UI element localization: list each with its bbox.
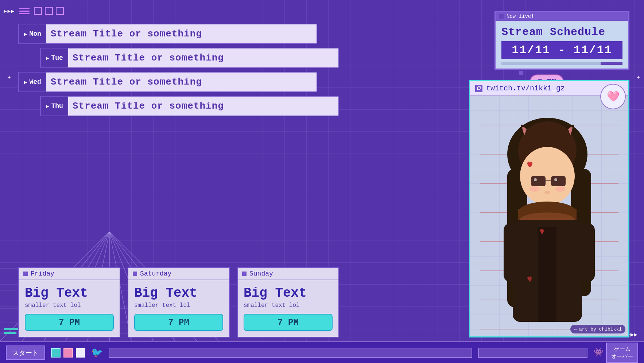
svg-rect-29 xyxy=(531,176,546,186)
row-box-tue: ▶ Tue Stream Title or something xyxy=(40,48,339,68)
top-arrows-icon: ▶▶▶ xyxy=(4,8,15,14)
sunday-small-text: smaller text lol xyxy=(244,302,333,309)
row-mon: ▶ Mon Stream Title or something 7 PM xyxy=(18,24,484,44)
taskbar-bottom: スタート 🐦 👾 ゲームオーバー xyxy=(0,341,644,363)
svg-point-33 xyxy=(554,178,557,181)
taskbar-icon-pink[interactable] xyxy=(63,348,73,358)
schedule-card-body: Stream Schedule 11/11 - 11/11 xyxy=(496,21,628,69)
row-title-tue: Stream Title or something xyxy=(73,52,224,63)
day-badge-tue: ▶ Tue xyxy=(41,48,68,67)
row-thu: ▶ Thu Stream Title or something 7 PM xyxy=(18,96,484,116)
friday-card: Friday Big Text smaller text lol 7 PM xyxy=(18,267,120,337)
taskbar-icons xyxy=(51,348,85,358)
avatar-panel: twitch.tv/nikki_gz xyxy=(469,80,629,337)
deco-bar-2 xyxy=(4,332,16,334)
taskbar-end: 👾 ゲームオーバー xyxy=(593,343,638,363)
schedule-card-dates: 11/11 - 11/11 xyxy=(501,41,622,59)
top-square-2[interactable] xyxy=(45,7,53,15)
row-box-thu: ▶ Thu Stream Title or something xyxy=(40,96,339,116)
row-box-mon: ▶ Mon Stream Title or something xyxy=(18,24,317,44)
saturday-dot xyxy=(133,272,137,276)
day-badge-wed: ▶ Wed xyxy=(19,73,46,91)
play-arrow-tue: ▶ xyxy=(46,55,49,61)
svg-rect-42 xyxy=(578,223,595,282)
taskbar-bar-2 xyxy=(478,348,587,358)
schedule-card: Now live! Stream Schedule 11/11 - 11/11 xyxy=(494,11,629,70)
friday-big-text: Big Text xyxy=(25,286,114,301)
saturday-card: Saturday Big Text smaller text lol 7 PM xyxy=(128,267,230,337)
sunday-card: Sunday Big Text smaller text lol 7 PM xyxy=(237,267,339,337)
friday-small-text: smaller text lol xyxy=(25,302,114,309)
day-label-wed: Wed xyxy=(29,78,41,86)
saturday-card-body: Big Text smaller text lol 7 PM xyxy=(128,280,229,337)
sunday-big-text: Big Text xyxy=(244,286,333,301)
twitch-icon xyxy=(475,85,482,92)
schedule-card-scrollbar[interactable] xyxy=(501,62,622,65)
row-wed: ▶ Wed Stream Title or something 7 PM xyxy=(18,72,484,92)
day-badge-thu: ▶ Thu xyxy=(41,97,68,116)
game-over-button[interactable]: ゲームオーバー xyxy=(606,343,638,363)
main-content: ▶▶▶ Now live! Stream Schedule 11/11 - 11… xyxy=(0,0,644,363)
svg-point-36 xyxy=(555,186,565,192)
friday-dot xyxy=(23,272,28,276)
row-tue: ▶ Tue Stream Title or something 7 PM xyxy=(18,48,484,68)
saturday-big-text: Big Text xyxy=(134,286,223,301)
speech-bubble: 🩷 xyxy=(600,84,626,109)
now-live-label: Now live! xyxy=(507,13,534,19)
art-credit-text: art by chibikki xyxy=(579,327,622,332)
twitter-icon[interactable]: 🐦 xyxy=(91,347,103,359)
sunday-dot xyxy=(242,272,247,276)
saturday-day-label: Saturday xyxy=(140,270,171,277)
friday-day-label: Friday xyxy=(31,270,54,277)
corner-deco-right: ✦ xyxy=(636,73,640,81)
row-title-mon: Stream Title or something xyxy=(51,28,202,39)
sunday-card-header: Sunday xyxy=(238,268,338,280)
sunday-card-body: Big Text smaller text lol 7 PM xyxy=(238,280,338,337)
row-title-thu: Stream Title or something xyxy=(73,101,224,112)
saturday-small-text: smaller text lol xyxy=(134,302,223,309)
top-squares xyxy=(34,7,64,15)
taskbar-bar-1 xyxy=(109,348,472,358)
day-label-thu: Thu xyxy=(51,102,63,110)
twitch-url: twitch.tv/nikki_gz xyxy=(486,84,565,93)
sunday-time[interactable]: 7 PM xyxy=(244,314,333,331)
time-dot-tue xyxy=(519,71,523,75)
corner-deco-tl: ✦ xyxy=(7,73,11,81)
schedule-card-titlebar: Now live! xyxy=(496,12,628,21)
svg-rect-41 xyxy=(538,227,556,322)
speech-bubble-emoji: 🩷 xyxy=(607,90,620,103)
saturday-time[interactable]: 7 PM xyxy=(134,314,223,331)
pixel-character xyxy=(470,96,628,336)
play-arrow-mon: ▶ xyxy=(24,31,27,37)
schedule-card-heading: Stream Schedule xyxy=(501,26,622,38)
row-box-wed: ▶ Wed Stream Title or something xyxy=(18,72,317,92)
day-badge-mon: ▶ Mon xyxy=(19,24,46,43)
day-label-tue: Tue xyxy=(51,54,63,62)
menu-icon[interactable] xyxy=(19,8,30,14)
avatar-container: ✏️ art by chibikki xyxy=(470,96,628,336)
svg-point-28 xyxy=(520,147,575,205)
play-arrow-wed: ▶ xyxy=(24,79,27,85)
start-button[interactable]: スタート xyxy=(6,346,45,360)
top-square-1[interactable] xyxy=(34,7,42,15)
day-label-mon: Mon xyxy=(29,30,41,38)
top-square-3[interactable] xyxy=(56,7,64,15)
friday-card-body: Big Text smaller text lol 7 PM xyxy=(19,280,120,337)
taskbar-icon-white[interactable] xyxy=(76,348,85,358)
sunday-day-label: Sunday xyxy=(249,270,273,277)
taskbar-icon-cyan[interactable] xyxy=(51,348,61,358)
scrollbar-thumb xyxy=(601,62,622,65)
saturday-card-header: Saturday xyxy=(128,268,229,280)
svg-point-32 xyxy=(534,178,537,181)
svg-rect-43 xyxy=(504,223,520,282)
game-icon: 👾 xyxy=(593,348,603,358)
friday-time[interactable]: 7 PM xyxy=(25,314,114,331)
bottom-cards: Friday Big Text smaller text lol 7 PM Sa… xyxy=(18,267,339,337)
svg-rect-30 xyxy=(551,176,566,186)
art-credit: ✏️ art by chibikki xyxy=(570,325,625,333)
svg-point-35 xyxy=(529,186,540,192)
play-arrow-thu: ▶ xyxy=(46,103,49,109)
svg-point-34 xyxy=(544,191,550,194)
friday-card-header: Friday xyxy=(19,268,120,280)
row-title-wed: Stream Title or something xyxy=(51,77,202,87)
